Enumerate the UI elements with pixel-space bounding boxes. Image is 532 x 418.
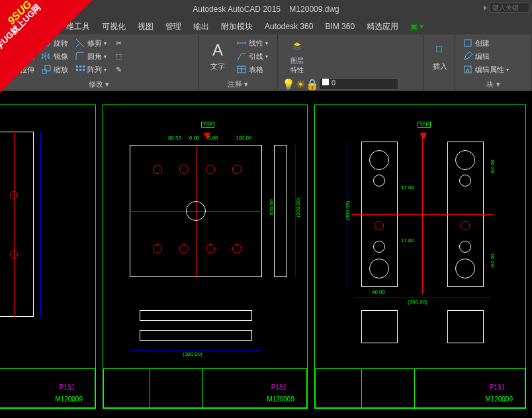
panel-title-annotate[interactable]: 注释 ▾ <box>204 78 272 89</box>
leader-button[interactable]: 引线▾ <box>234 50 270 62</box>
linear-dim-button[interactable]: 线性▾ <box>234 37 270 49</box>
misc1-icon: ✂ <box>113 38 124 48</box>
panel-insert: 插入 <box>423 34 455 91</box>
edit-icon <box>463 51 473 62</box>
panel-block: 创建 编辑 A编辑属性▾ 块 ▾ <box>455 34 532 91</box>
leader-icon <box>236 51 247 62</box>
layer-props-button[interactable]: 图层 特性 <box>283 37 311 75</box>
svg-rect-13 <box>436 46 441 52</box>
layers-icon <box>288 38 306 54</box>
search-box <box>484 3 529 13</box>
layer-dropdown[interactable]: 0 <box>319 78 398 90</box>
panel-title-block[interactable]: 块 ▾ <box>461 78 526 89</box>
table-button[interactable]: 表格 <box>234 63 270 75</box>
edit-block-button[interactable]: 编辑 <box>461 50 511 62</box>
text-icon: A <box>208 41 227 60</box>
app-title: Autodesk AutoCAD 2015 M120009.dwg <box>193 5 339 14</box>
insert-button[interactable]: 插入 <box>429 37 451 75</box>
tab-addins[interactable]: 附加模块 <box>221 21 253 32</box>
tab-a360[interactable]: Autodesk 360 <box>265 22 313 31</box>
misc2-icon: ⬚ <box>113 51 124 62</box>
search-input[interactable] <box>490 3 529 13</box>
svg-rect-14 <box>465 40 471 46</box>
create-icon <box>463 38 473 48</box>
create-block-button[interactable]: 创建 <box>461 37 511 49</box>
drawing-sheet-3: TOP ▼ (250.00) 46.00 (300.00) 17.00 17.0… <box>314 104 526 409</box>
modify-misc3-button[interactable]: ✎ <box>111 63 126 75</box>
panel-layers: 图层 特性 💡 ☀ 🔒 0 置为当前 匹配图层 图层 ▾ <box>278 34 423 91</box>
tab-bim360[interactable]: BIM 360 <box>325 22 355 31</box>
text-button[interactable]: A文字 <box>204 37 232 75</box>
tab-visualize[interactable]: 可视化 <box>102 21 126 32</box>
misc3-icon: ✎ <box>113 64 124 75</box>
linear-icon <box>236 38 247 48</box>
svg-text:A: A <box>466 67 470 73</box>
search-arrow-icon[interactable] <box>484 5 487 11</box>
bulb-icon: 💡 <box>283 79 294 89</box>
drawing-sheet-2: TOP ▼ (300.00) (300.00) 80.53 0.00 0.00 … <box>103 104 308 409</box>
tab-overflow-icon[interactable]: ▣ ▾ <box>410 22 423 31</box>
sun-icon: ☀ <box>295 79 306 89</box>
table-icon <box>236 64 247 75</box>
attr-icon: A <box>463 64 473 75</box>
drawing-sheet-1: P131 M120009 <box>0 104 96 409</box>
lock-icon: 🔒 <box>307 79 318 89</box>
insert-icon <box>431 41 449 60</box>
drawing-area[interactable]: P131 M120009 TOP ▼ (300.00) (300.00) 80.… <box>0 91 532 418</box>
top-marker: TOP <box>201 122 214 128</box>
tab-output[interactable]: 输出 <box>193 21 209 32</box>
edit-attr-button[interactable]: A编辑属性▾ <box>461 63 511 75</box>
tab-featured[interactable]: 精选应用 <box>367 21 398 32</box>
tab-manage[interactable]: 管理 <box>165 21 181 32</box>
modify-misc1-button[interactable]: ✂ <box>111 37 126 49</box>
tab-view[interactable]: 视图 <box>138 21 154 32</box>
modify-misc2-button[interactable]: ⬚ <box>111 50 126 62</box>
top-marker-3: TOP <box>418 122 431 128</box>
panel-annotate: A文字 线性▾ 引线▾ 表格 注释 ▾ <box>199 34 278 91</box>
